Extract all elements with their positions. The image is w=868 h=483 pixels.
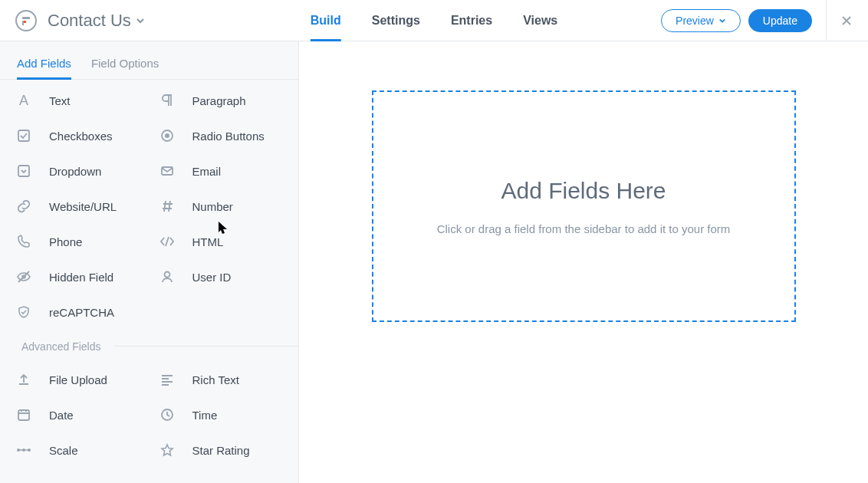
field-number-label: Number [192,200,233,213]
svg-rect-3 [22,21,24,25]
field-html-label: HTML [192,235,224,248]
field-phone[interactable]: Phone [6,224,150,259]
hash-icon [159,198,176,215]
field-user-id[interactable]: User ID [150,259,293,294]
field-recaptcha[interactable]: reCAPTCHA [6,294,150,330]
calendar-icon [15,406,32,423]
scale-icon [15,442,32,458]
field-dropdown-label: Dropdown [49,165,101,178]
form-title-dropdown[interactable]: Contact Us [48,11,145,31]
svg-rect-5 [18,130,29,141]
svg-rect-12 [18,410,29,420]
field-hidden-field[interactable]: Hidden Field [6,259,150,294]
dropdown-icon [15,163,32,179]
sidebar-tab-add-fields[interactable]: Add Fields [17,57,71,79]
field-star-rating[interactable]: Star Rating [150,432,293,468]
phone-icon [15,233,32,250]
tab-entries-label: Entries [451,14,492,28]
sidebar-tab-add-fields-label: Add Fields [17,57,71,70]
svg-point-7 [165,133,169,138]
field-file-upload-label: File Upload [49,373,107,386]
field-dropdown[interactable]: Dropdown [6,153,150,189]
field-recaptcha-label: reCAPTCHA [49,306,114,319]
field-time-label: Time [192,409,218,422]
field-radio-buttons-label: Radio Buttons [192,130,265,143]
advanced-fields-heading: Advanced Fields [0,333,298,359]
tab-entries[interactable]: Entries [451,0,492,41]
field-rich-text[interactable]: Rich Text [150,362,293,397]
update-button[interactable]: Update [748,9,812,32]
sidebar-tabs: Add Fields Field Options [0,41,298,80]
field-radio-buttons[interactable]: Radio Buttons [150,118,293,153]
field-rich-text-label: Rich Text [192,373,239,386]
align-left-icon [159,371,176,388]
field-user-id-label: User ID [192,271,232,284]
field-number[interactable]: Number [150,189,293,224]
field-hidden-field-label: Hidden Field [49,271,113,284]
close-button[interactable] [840,15,853,27]
advanced-fields-grid: File Upload Rich Text Date Time Scale [0,359,298,471]
field-phone-label: Phone [49,235,82,248]
field-paragraph[interactable]: Paragraph [150,83,293,118]
field-html[interactable]: HTML [150,224,293,259]
svg-rect-1 [22,17,30,19]
field-date[interactable]: Date [6,397,150,432]
top-actions: Preview Update [661,0,853,41]
advanced-fields-heading-label: Advanced Fields [21,340,101,353]
field-text[interactable]: A Text [6,83,150,118]
dropzone-title: Add Fields Here [501,178,666,204]
main-tabs: Build Settings Entries Views [295,0,573,41]
field-website-url-label: Website/URL [49,200,117,213]
field-checkboxes[interactable]: Checkboxes [6,118,150,153]
field-text-label: Text [49,94,71,107]
app-logo [15,10,37,31]
field-time[interactable]: Time [150,397,293,432]
dropzone-subtitle: Click or drag a field from the sidebar t… [437,222,731,235]
field-email[interactable]: Email [150,153,293,189]
upload-icon [15,371,32,388]
tab-views-label: Views [523,14,557,28]
svg-point-11 [164,272,169,278]
preview-button[interactable]: Preview [661,9,741,32]
field-paragraph-label: Paragraph [192,94,246,107]
checkbox-icon [15,127,32,144]
body: Add Fields Field Options A Text Paragrap… [0,41,868,483]
svg-text:A: A [19,93,28,108]
tab-build[interactable]: Build [311,0,341,41]
field-checkboxes-label: Checkboxes [49,130,113,143]
tab-build-label: Build [311,14,341,28]
field-date-label: Date [49,409,74,422]
sidebar-tab-field-options[interactable]: Field Options [91,57,159,79]
dropzone[interactable]: Add Fields Here Click or drag a field fr… [372,90,796,322]
sidebar: Add Fields Field Options A Text Paragrap… [0,41,299,483]
tab-settings-label: Settings [372,14,420,28]
tab-views[interactable]: Views [523,0,557,41]
radio-icon [159,127,176,144]
email-icon [159,163,176,179]
tab-settings[interactable]: Settings [372,0,420,41]
update-button-label: Update [763,15,797,27]
star-icon [159,442,176,458]
field-email-label: Email [192,165,222,178]
field-website-url[interactable]: Website/URL [6,189,150,224]
top-bar: Contact Us Build Settings Entries Views … [0,0,868,41]
divider [826,0,827,41]
code-icon [159,233,176,250]
user-icon [159,268,176,285]
eye-off-icon [15,268,32,285]
sidebar-tab-field-options-label: Field Options [91,57,159,70]
paragraph-icon [159,92,176,109]
clock-icon [159,406,176,423]
canvas: Add Fields Here Click or drag a field fr… [299,41,868,483]
field-scale[interactable]: Scale [6,432,150,468]
link-icon [15,198,32,215]
svg-rect-8 [18,166,29,176]
form-title-text: Contact Us [48,11,131,31]
chevron-down-icon [136,16,145,25]
text-icon: A [15,92,32,109]
shield-check-icon [15,304,32,320]
field-file-upload[interactable]: File Upload [6,362,150,397]
close-icon [840,15,853,27]
fields-area: A Text Paragraph Checkboxes Radio Button… [0,80,298,483]
chevron-down-icon [718,17,726,25]
